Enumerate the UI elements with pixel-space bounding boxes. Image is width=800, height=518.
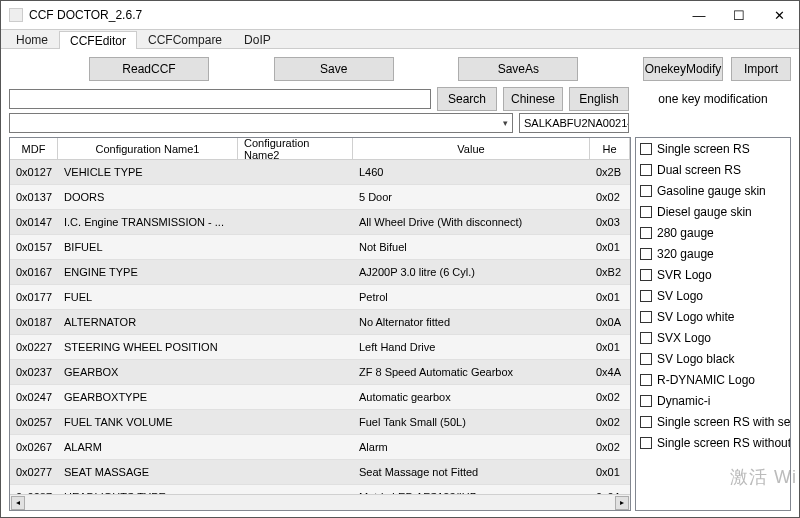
tab-ccfeditor[interactable]: CCFEditor bbox=[59, 31, 137, 49]
cell-name1: SEAT MASSAGE bbox=[58, 460, 238, 484]
chinese-button[interactable]: Chinese bbox=[503, 87, 563, 111]
cell-hex: 0x03 bbox=[590, 210, 630, 234]
combo-selector[interactable]: ▾ bbox=[9, 113, 513, 133]
onekey-item-label: R-DYNAMIC Logo bbox=[657, 373, 755, 387]
onekey-item[interactable]: R-DYNAMIC Logo bbox=[636, 369, 790, 390]
col-name1[interactable]: Configuration Name1 bbox=[58, 138, 238, 159]
onekey-item-label: Dynamic-i bbox=[657, 394, 710, 408]
checkbox-icon[interactable] bbox=[640, 164, 652, 176]
table-row[interactable]: 0x0177FUELPetrol0x01 bbox=[10, 285, 630, 310]
save-button[interactable]: Save bbox=[274, 57, 394, 81]
onekey-item-label: 280 gauge bbox=[657, 226, 714, 240]
table-row[interactable]: 0x0237GEARBOXZF 8 Speed Automatic Gearbo… bbox=[10, 360, 630, 385]
checkbox-icon[interactable] bbox=[640, 206, 652, 218]
tab-home[interactable]: Home bbox=[5, 30, 59, 48]
checkbox-icon[interactable] bbox=[640, 416, 652, 428]
onekey-item[interactable]: SVR Logo bbox=[636, 264, 790, 285]
import-button[interactable]: Import bbox=[731, 57, 791, 81]
table-row[interactable]: 0x0147I.C. Engine TRANSMISSION - ...All … bbox=[10, 210, 630, 235]
table-row[interactable]: 0x0287HEADLIGHTS TYPEMatrix LED AFS123/I… bbox=[10, 485, 630, 494]
cell-mdf: 0x0287 bbox=[10, 485, 58, 494]
cell-hex: 0x02 bbox=[590, 435, 630, 459]
table-row[interactable]: 0x0137DOORS5 Door0x02 bbox=[10, 185, 630, 210]
grid-hscrollbar[interactable]: ◂ ▸ bbox=[10, 494, 630, 510]
saveas-button[interactable]: SaveAs bbox=[458, 57, 578, 81]
table-row[interactable]: 0x0157BIFUELNot Bifuel0x01 bbox=[10, 235, 630, 260]
onekey-item[interactable]: Dynamic-i bbox=[636, 390, 790, 411]
onekey-item[interactable]: Dual screen RS bbox=[636, 159, 790, 180]
col-mdf[interactable]: MDF bbox=[10, 138, 58, 159]
cell-value: Matrix LED AFS123/IHB bbox=[353, 485, 590, 494]
vin-field[interactable]: SALKABFU2NA002144 bbox=[519, 113, 629, 133]
col-value[interactable]: Value bbox=[353, 138, 590, 159]
onekey-item-label: SV Logo bbox=[657, 289, 703, 303]
checkbox-icon[interactable] bbox=[640, 185, 652, 197]
onekey-item[interactable]: Single screen RS without . bbox=[636, 432, 790, 453]
cell-name2 bbox=[238, 435, 353, 459]
checkbox-icon[interactable] bbox=[640, 437, 652, 449]
config-grid[interactable]: MDF Configuration Name1 Configuration Na… bbox=[9, 137, 631, 511]
close-button[interactable]: ✕ bbox=[759, 1, 799, 29]
checkbox-icon[interactable] bbox=[640, 374, 652, 386]
toolbar: ReadCCF Save SaveAs OnekeyModify Import bbox=[1, 49, 799, 89]
col-hex[interactable]: He bbox=[590, 138, 630, 159]
cell-hex: 0x01 bbox=[590, 235, 630, 259]
cell-name1: FUEL TANK VOLUME bbox=[58, 410, 238, 434]
onekey-item[interactable]: Single screen RS bbox=[636, 138, 790, 159]
checkbox-icon[interactable] bbox=[640, 353, 652, 365]
cell-name2 bbox=[238, 260, 353, 284]
onekey-item-label: Single screen RS with seco bbox=[657, 415, 790, 429]
onekey-item[interactable]: SV Logo black bbox=[636, 348, 790, 369]
checkbox-icon[interactable] bbox=[640, 269, 652, 281]
tab-ccfcompare[interactable]: CCFCompare bbox=[137, 30, 233, 48]
table-row[interactable]: 0x0127VEHICLE TYPEL4600x2B bbox=[10, 160, 630, 185]
cell-hex: 0x01 bbox=[590, 335, 630, 359]
cell-mdf: 0x0167 bbox=[10, 260, 58, 284]
cell-value: AJ200P 3.0 litre (6 Cyl.) bbox=[353, 260, 590, 284]
minimize-button[interactable]: — bbox=[679, 1, 719, 29]
maximize-button[interactable]: ☐ bbox=[719, 1, 759, 29]
onekey-item[interactable]: Diesel gauge skin bbox=[636, 201, 790, 222]
cell-hex: 0x02 bbox=[590, 385, 630, 409]
cell-name1: ENGINE TYPE bbox=[58, 260, 238, 284]
onekey-item[interactable]: 320 gauge bbox=[636, 243, 790, 264]
search-input[interactable] bbox=[9, 89, 431, 109]
checkbox-icon[interactable] bbox=[640, 227, 652, 239]
cell-name1: DOORS bbox=[58, 185, 238, 209]
checkbox-icon[interactable] bbox=[640, 248, 652, 260]
table-row[interactable]: 0x0277SEAT MASSAGESeat Massage not Fitte… bbox=[10, 460, 630, 485]
table-row[interactable]: 0x0227STEERING WHEEL POSITIONLeft Hand D… bbox=[10, 335, 630, 360]
checkbox-icon[interactable] bbox=[640, 290, 652, 302]
search-button[interactable]: Search bbox=[437, 87, 497, 111]
cell-name1: BIFUEL bbox=[58, 235, 238, 259]
table-row[interactable]: 0x0167ENGINE TYPEAJ200P 3.0 litre (6 Cyl… bbox=[10, 260, 630, 285]
readccf-button[interactable]: ReadCCF bbox=[89, 57, 209, 81]
onekey-item[interactable]: Single screen RS with seco bbox=[636, 411, 790, 432]
table-row[interactable]: 0x0247GEARBOXTYPEAutomatic gearbox0x02 bbox=[10, 385, 630, 410]
english-button[interactable]: English bbox=[569, 87, 629, 111]
chevron-down-icon: ▾ bbox=[503, 118, 508, 128]
onekey-item[interactable]: SVX Logo bbox=[636, 327, 790, 348]
onekey-item[interactable]: SV Logo bbox=[636, 285, 790, 306]
checkbox-icon[interactable] bbox=[640, 311, 652, 323]
table-row[interactable]: 0x0267ALARMAlarm0x02 bbox=[10, 435, 630, 460]
scroll-left-icon[interactable]: ◂ bbox=[11, 496, 25, 510]
table-row[interactable]: 0x0187ALTERNATORNo Alternator fitted0x0A bbox=[10, 310, 630, 335]
onekey-item[interactable]: Gasoline gauge skin bbox=[636, 180, 790, 201]
onekey-item-label: Single screen RS bbox=[657, 142, 750, 156]
checkbox-icon[interactable] bbox=[640, 395, 652, 407]
onekeymodify-button[interactable]: OnekeyModify bbox=[643, 57, 723, 81]
onekey-item[interactable]: SV Logo white bbox=[636, 306, 790, 327]
tab-doip[interactable]: DoIP bbox=[233, 30, 282, 48]
onekey-list[interactable]: Single screen RSDual screen RSGasoline g… bbox=[636, 138, 790, 510]
scroll-right-icon[interactable]: ▸ bbox=[615, 496, 629, 510]
col-name2[interactable]: Configuration Name2 bbox=[238, 138, 353, 159]
table-row[interactable]: 0x0257FUEL TANK VOLUMEFuel Tank Small (5… bbox=[10, 410, 630, 435]
checkbox-icon[interactable] bbox=[640, 143, 652, 155]
cell-name2 bbox=[238, 235, 353, 259]
grid-body[interactable]: 0x0127VEHICLE TYPEL4600x2B0x0137DOORS5 D… bbox=[10, 160, 630, 494]
onekey-panel: Single screen RSDual screen RSGasoline g… bbox=[635, 137, 791, 511]
onekey-item[interactable]: 280 gauge bbox=[636, 222, 790, 243]
titlebar: CCF DOCTOR_2.6.7 — ☐ ✕ bbox=[1, 1, 799, 29]
checkbox-icon[interactable] bbox=[640, 332, 652, 344]
